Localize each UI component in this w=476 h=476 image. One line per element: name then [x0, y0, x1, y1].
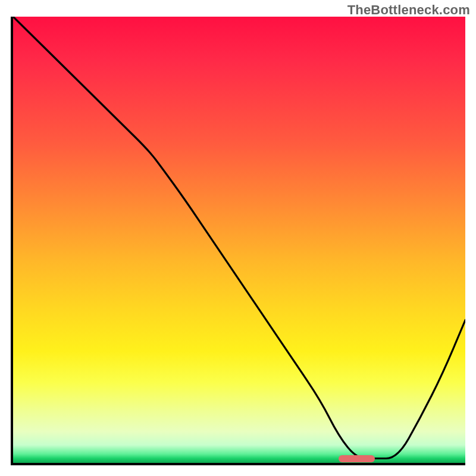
target-marker	[339, 455, 375, 462]
chart-container: TheBottleneck.com	[0, 0, 476, 476]
background-gradient	[13, 17, 465, 463]
watermark-text: TheBottleneck.com	[347, 2, 470, 18]
plot-area	[11, 17, 465, 465]
